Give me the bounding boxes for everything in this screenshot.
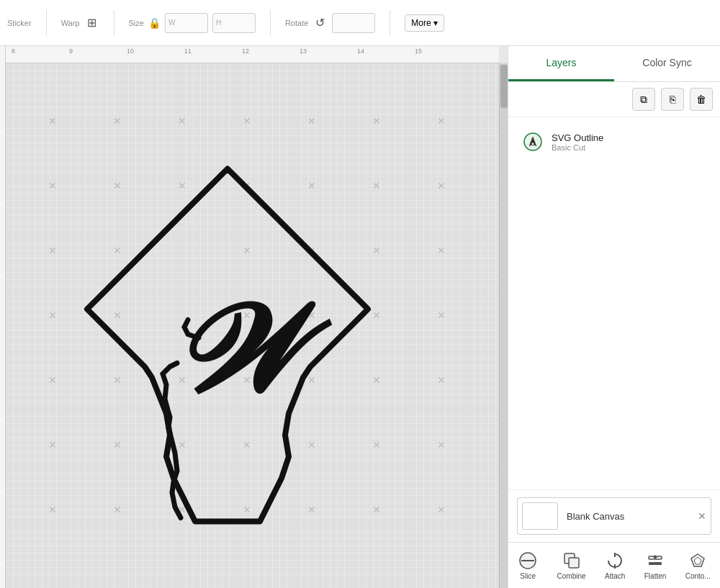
rotate-group: Rotate ↺ [285, 13, 375, 33]
grid-x: ✕ [48, 504, 57, 515]
blank-canvas-section: Blank Canvas ✕ [508, 489, 720, 542]
rotate-label: Rotate [285, 19, 308, 27]
blank-canvas-preview [522, 502, 558, 530]
ruler-tick-8: 8 [12, 48, 15, 55]
grid-x: ✕ [437, 309, 446, 321]
layer-name: SVG Outline [552, 132, 707, 143]
copy-layer-btn[interactable]: ⧉ [632, 88, 655, 111]
sticker-label: Sticker [7, 19, 32, 27]
divider-3 [270, 10, 271, 36]
layer-icon-pen [521, 130, 544, 153]
divider-2 [114, 10, 114, 36]
layer-type: Basic Cut [552, 143, 707, 152]
lock-icon: 🔒 [148, 17, 161, 29]
canvas-area[interactable]: 8 9 10 11 12 13 14 15 ✕ ✕ ✕ ✕ ✕ ✕ ✕ ✕ ✕ … [0, 46, 508, 588]
tab-color-sync[interactable]: Color Sync [614, 46, 720, 81]
grid-x: ✕ [437, 504, 446, 515]
main-area: 8 9 10 11 12 13 14 15 ✕ ✕ ✕ ✕ ✕ ✕ ✕ ✕ ✕ … [0, 46, 720, 588]
pen-nib-icon [523, 132, 543, 152]
flatten-icon [645, 551, 665, 571]
grid-x: ✕ [48, 115, 57, 127]
slice-icon [518, 551, 538, 571]
blank-canvas-item[interactable]: Blank Canvas ✕ [517, 497, 711, 535]
svg-point-1 [531, 143, 534, 145]
more-label: More ▾ [411, 18, 438, 28]
delete-icon: 🗑 [696, 94, 706, 105]
grid-x: ✕ [48, 309, 57, 321]
vertical-ruler [0, 46, 6, 588]
combine-label: Combine [557, 572, 586, 580]
copy-icon: ⧉ [640, 94, 647, 106]
warp-label: Warp [61, 19, 80, 27]
panel-tabs: Layers Color Sync [508, 46, 720, 82]
grid-x: ✕ [437, 374, 446, 386]
layer-list: SVG Outline Basic Cut [508, 117, 720, 489]
height-label: H [216, 19, 221, 27]
divider-1 [46, 10, 47, 36]
tab-layers[interactable]: Layers [508, 46, 614, 81]
grid-x: ✕ [437, 115, 446, 127]
size-group: Size 🔒 W H [129, 13, 256, 33]
paste-layer-btn[interactable]: ⎘ [661, 88, 684, 111]
more-btn[interactable]: More ▾ [405, 14, 444, 32]
paste-icon: ⎘ [670, 94, 675, 105]
vertical-scrollbar[interactable] [499, 63, 508, 588]
size-label: Size [129, 19, 144, 27]
layer-item-svg-outline[interactable]: SVG Outline Basic Cut [513, 125, 716, 159]
attach-icon [605, 551, 625, 571]
dc-design[interactable]: 𝒲 [87, 168, 368, 521]
ruler-tick-13: 13 [300, 48, 307, 55]
flatten-label: Flatten [644, 572, 667, 580]
flatten-tool[interactable]: Flatten [639, 548, 672, 583]
scrollbar-thumb[interactable] [500, 65, 508, 108]
design-canvas[interactable]: 𝒲 [58, 154, 397, 535]
svg-rect-9 [649, 562, 662, 565]
grid-x: ✕ [372, 115, 381, 127]
rotate-btn[interactable]: ↺ [312, 13, 328, 32]
horizontal-ruler: 8 9 10 11 12 13 14 15 [6, 46, 499, 63]
slice-tool[interactable]: Slice [512, 548, 544, 583]
contour-tool[interactable]: Conto... [680, 548, 716, 583]
ruler-tick-14: 14 [357, 48, 364, 55]
ruler-tick-15: 15 [415, 48, 422, 55]
contour-icon [688, 551, 708, 571]
grid-x: ✕ [48, 374, 57, 386]
grid-x: ✕ [307, 115, 316, 127]
warp-btn[interactable]: ⊞ [84, 13, 99, 32]
combine-icon [562, 551, 582, 571]
ruler-tick-9: 9 [69, 48, 73, 55]
panel-toolbar: ⧉ ⎘ 🗑 [508, 82, 720, 117]
grid-x: ✕ [48, 245, 57, 256]
right-panel: Layers Color Sync ⧉ ⎘ 🗑 [508, 46, 720, 588]
rotate-input[interactable] [332, 13, 375, 33]
grid-x: ✕ [48, 439, 57, 451]
warp-group: Warp ⊞ [61, 13, 99, 32]
blank-canvas-close-btn[interactable]: ✕ [698, 510, 706, 522]
grid-x: ✕ [113, 115, 122, 127]
ruler-tick-10: 10 [127, 48, 134, 55]
grid-x: ✕ [178, 115, 186, 127]
grid-x: ✕ [243, 115, 251, 127]
more-group: More ▾ [405, 14, 444, 32]
slice-label: Slice [520, 572, 536, 580]
attach-label: Attach [605, 572, 625, 580]
delete-layer-btn[interactable]: 🗑 [690, 88, 713, 111]
grid-x: ✕ [437, 180, 446, 191]
w-letter: 𝒲 [169, 283, 333, 418]
width-input[interactable]: W [165, 13, 208, 33]
divider-4 [390, 10, 390, 36]
layer-info: SVG Outline Basic Cut [552, 132, 707, 152]
main-toolbar: Sticker Warp ⊞ Size 🔒 W H Rotate ↺ More … [0, 0, 720, 46]
grid-x: ✕ [48, 180, 57, 191]
ruler-tick-11: 11 [184, 48, 192, 55]
height-input[interactable]: H [212, 13, 256, 33]
panel-bottom-toolbar: Slice Combine [508, 542, 720, 588]
contour-label: Conto... [685, 572, 711, 580]
combine-tool[interactable]: Combine [552, 548, 592, 583]
blank-canvas-label: Blank Canvas [567, 511, 624, 522]
ruler-tick-12: 12 [242, 48, 249, 55]
sticker-group: Sticker [7, 19, 32, 27]
grid-canvas[interactable]: ✕ ✕ ✕ ✕ ✕ ✕ ✕ ✕ ✕ ✕ ✕ ✕ ✕ ✕ ✕ ✕ ✕ ✕ ✕ ✕ … [6, 63, 499, 588]
attach-tool[interactable]: Attach [599, 548, 631, 583]
width-label: W [168, 19, 175, 27]
